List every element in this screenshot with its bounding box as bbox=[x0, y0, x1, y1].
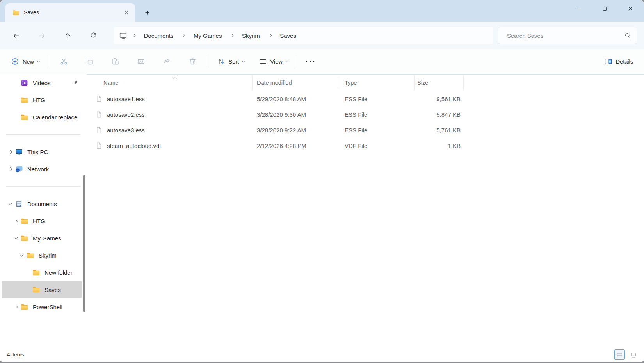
forward-button[interactable] bbox=[34, 28, 50, 43]
close-button[interactable] bbox=[617, 0, 643, 17]
breadcrumb-item-skyrim[interactable]: Skyrim bbox=[237, 27, 265, 44]
file-name: steam_autocloud.vdf bbox=[107, 142, 161, 149]
details-pane-icon bbox=[604, 57, 612, 66]
details-button-label: Details bbox=[616, 59, 633, 65]
sidebar-item-label: Network bbox=[27, 166, 49, 173]
toolbar-separator bbox=[48, 56, 48, 68]
breadcrumb-item-documents[interactable]: Documents bbox=[139, 27, 179, 44]
sidebar-item-label: HTG bbox=[33, 218, 45, 224]
refresh-button[interactable] bbox=[85, 28, 101, 43]
back-button[interactable] bbox=[8, 28, 24, 43]
search-input[interactable] bbox=[502, 32, 624, 39]
sort-icon bbox=[217, 57, 225, 66]
breadcrumb-separator[interactable] bbox=[227, 27, 237, 44]
share-button[interactable] bbox=[159, 54, 175, 69]
forward-icon bbox=[38, 32, 46, 39]
file-icon bbox=[95, 142, 103, 149]
back-icon bbox=[12, 32, 20, 39]
breadcrumb-item-my-games[interactable]: My Games bbox=[189, 27, 227, 44]
collapse-chevron[interactable] bbox=[5, 203, 15, 205]
sidebar-item-documents[interactable]: Documents bbox=[2, 195, 82, 212]
share-icon bbox=[163, 57, 171, 66]
file-row-autosave2[interactable]: autosave2.ess 3/28/2020 9:30 AM ESS File… bbox=[87, 107, 644, 122]
folder-icon bbox=[26, 251, 34, 260]
column-header-size[interactable]: Size bbox=[415, 75, 464, 91]
expand-chevron[interactable] bbox=[5, 168, 15, 171]
expand-chevron[interactable] bbox=[11, 220, 20, 222]
expand-chevron[interactable] bbox=[5, 151, 15, 153]
sidebar-item-label: My Games bbox=[33, 235, 61, 242]
sidebar-item-label: Skyrim bbox=[39, 252, 57, 259]
column-header-date-modified[interactable]: Date modified bbox=[253, 75, 339, 91]
view-toggle-large-icons[interactable] bbox=[628, 349, 639, 360]
breadcrumb: Documents My Games Skyrim Saves bbox=[114, 27, 493, 44]
sort-button[interactable]: Sort bbox=[212, 54, 249, 69]
view-toggle-icons-icon bbox=[630, 351, 637, 358]
chevron-right-icon bbox=[182, 34, 185, 37]
breadcrumb-item-saves[interactable]: Saves bbox=[275, 27, 301, 44]
file-row-autosave1[interactable]: autosave1.ess 5/29/2020 8:48 AM ESS File… bbox=[87, 91, 644, 107]
breadcrumb-this-pc[interactable] bbox=[118, 27, 129, 44]
sidebar-item-label: Documents bbox=[27, 201, 57, 207]
chevron-right-icon bbox=[14, 219, 18, 223]
sidebar-item-calendar-replace[interactable]: Calendar replace bbox=[2, 109, 82, 126]
details-pane-button[interactable]: Details bbox=[600, 54, 638, 69]
delete-button[interactable] bbox=[185, 54, 201, 69]
sidebar-item-network[interactable]: Network bbox=[2, 160, 82, 178]
up-icon bbox=[64, 32, 71, 39]
toolbar-separator bbox=[296, 56, 296, 68]
maximize-button[interactable] bbox=[592, 0, 617, 17]
copy-button[interactable] bbox=[82, 54, 98, 69]
sidebar-item-label: HTG bbox=[33, 97, 45, 103]
minimize-button[interactable] bbox=[566, 0, 592, 17]
sidebar-scrollbar[interactable] bbox=[83, 175, 85, 312]
file-type: VDF File bbox=[339, 142, 415, 149]
file-row-steam-autocloud[interactable]: steam_autocloud.vdf 2/12/2026 4:28 PM VD… bbox=[87, 138, 644, 153]
column-header-type[interactable]: Type bbox=[339, 75, 415, 91]
column-header-name[interactable]: Name bbox=[87, 75, 253, 91]
up-button[interactable] bbox=[60, 28, 75, 43]
sidebar-item-powershell[interactable]: PowerShell bbox=[2, 298, 82, 315]
rename-button[interactable] bbox=[133, 54, 149, 69]
view-toggle-details[interactable] bbox=[614, 349, 625, 360]
sidebar-item-my-games[interactable]: My Games bbox=[2, 230, 82, 247]
file-size: 9,561 KB bbox=[415, 96, 464, 102]
more-options-button[interactable] bbox=[299, 54, 320, 69]
expand-chevron[interactable] bbox=[11, 306, 20, 308]
new-tab-button[interactable] bbox=[141, 6, 154, 19]
new-button[interactable]: New bbox=[6, 54, 44, 69]
paste-button[interactable] bbox=[108, 54, 123, 69]
search-box[interactable] bbox=[498, 27, 637, 44]
sidebar-item-skyrim[interactable]: Skyrim bbox=[2, 247, 82, 264]
view-button[interactable]: View bbox=[254, 54, 293, 69]
breadcrumb-separator[interactable] bbox=[265, 27, 275, 44]
file-name: autosave2.ess bbox=[107, 111, 145, 118]
close-icon bbox=[627, 5, 633, 12]
chevron-down-icon bbox=[8, 201, 12, 205]
breadcrumb-separator[interactable] bbox=[129, 27, 139, 44]
sidebar-item-label: Saves bbox=[44, 286, 61, 293]
folder-icon bbox=[20, 303, 28, 311]
minimize-icon bbox=[576, 6, 582, 12]
tab-close-button[interactable] bbox=[121, 7, 132, 18]
sidebar-divider bbox=[6, 134, 80, 135]
sidebar-item-this-pc[interactable]: This PC bbox=[2, 143, 82, 160]
pin-icon bbox=[73, 80, 79, 86]
file-type: ESS File bbox=[339, 96, 415, 102]
sidebar-item-videos[interactable]: Videos bbox=[2, 74, 82, 91]
sidebar-divider bbox=[6, 186, 80, 187]
sidebar-item-htg[interactable]: HTG bbox=[2, 212, 82, 230]
cut-button[interactable] bbox=[56, 54, 72, 69]
sidebar-item-new-folder[interactable]: New folder bbox=[2, 264, 82, 281]
collapse-chevron[interactable] bbox=[17, 255, 26, 256]
sidebar-item-htg-pinned[interactable]: HTG bbox=[2, 91, 82, 109]
file-row-autosave3[interactable]: autosave3.ess 3/28/2020 9:22 AM ESS File… bbox=[87, 122, 644, 138]
tab-saves[interactable]: Saves bbox=[5, 3, 135, 22]
folder-icon bbox=[32, 269, 40, 277]
collapse-chevron[interactable] bbox=[11, 238, 20, 239]
sidebar-item-saves[interactable]: Saves bbox=[2, 281, 82, 298]
breadcrumb-separator[interactable] bbox=[178, 27, 189, 44]
file-icon bbox=[95, 126, 103, 134]
sidebar-item-label: Calendar replace bbox=[33, 114, 77, 121]
chevron-right-icon bbox=[230, 34, 233, 37]
